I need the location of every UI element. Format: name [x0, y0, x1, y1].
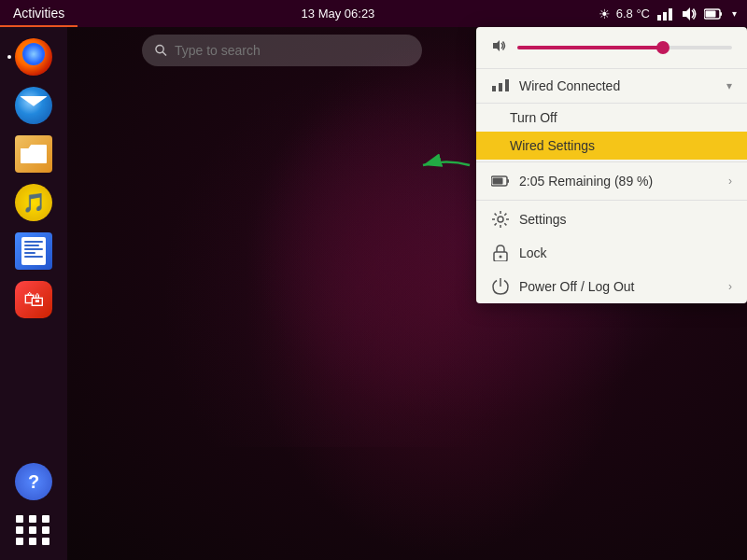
svg-marker-9 [493, 40, 500, 51]
battery-item[interactable]: 2:05 Remaining (89 %) › [476, 164, 747, 198]
volume-slider-track[interactable] [517, 46, 732, 49]
down-arrow-label: ▾ [732, 8, 737, 19]
system-dropdown: Wired Connected ▾ Turn Off Wired Setting… [476, 27, 747, 303]
svg-line-8 [162, 52, 166, 56]
svg-rect-2 [669, 8, 672, 21]
svg-rect-10 [492, 86, 496, 91]
dock-item-firefox[interactable] [11, 35, 56, 79]
volume-slider-thumb[interactable] [656, 41, 669, 54]
writer-icon [15, 232, 52, 270]
svg-point-18 [500, 256, 502, 259]
topbar-center: 13 May 06:23 [78, 7, 598, 21]
rhythmbox-icon: 🎵 [15, 184, 52, 221]
search-icon [155, 44, 167, 57]
volume-speaker-icon [491, 38, 508, 57]
svg-rect-0 [657, 15, 661, 21]
svg-rect-14 [507, 179, 509, 183]
svg-rect-15 [493, 178, 503, 185]
dock-item-files[interactable] [11, 132, 56, 176]
settings-label: Settings [519, 212, 732, 227]
apps-grid-icon [15, 511, 52, 549]
svg-rect-6 [706, 10, 716, 17]
volume-slider-fill [517, 46, 663, 49]
battery-icon[interactable] [704, 5, 723, 23]
volume-row [476, 27, 747, 69]
battery-label: 2:05 Remaining (89 %) [519, 174, 719, 189]
thunderbird-icon [15, 87, 52, 124]
wired-settings-label: Wired Settings [510, 138, 595, 153]
firefox-icon [15, 38, 52, 76]
network-submenu: Turn Off Wired Settings [476, 104, 747, 160]
activities-label: Activities [13, 6, 64, 21]
topbar: Activities 13 May 06:23 ☀ 6.8 °C [0, 0, 747, 27]
dock-item-appcenter[interactable]: 🛍 [11, 277, 56, 322]
svg-point-16 [498, 217, 503, 222]
search-input[interactable] [175, 43, 409, 58]
settings-icon [491, 210, 510, 229]
power-item[interactable]: Power Off / Log Out › [476, 270, 747, 303]
dock-item-apps[interactable] [11, 508, 56, 553]
network-expand-arrow: ▾ [726, 79, 732, 92]
battery-arrow: › [728, 175, 732, 188]
files-icon [15, 135, 52, 173]
network-label: Wired Connected [519, 78, 717, 93]
lock-icon [491, 244, 510, 262]
svg-rect-1 [663, 12, 667, 21]
battery-menu-icon [491, 172, 510, 190]
svg-point-7 [156, 45, 163, 52]
activities-button[interactable]: Activities [0, 0, 78, 27]
dock-item-writer[interactable] [11, 229, 56, 273]
power-arrow: › [728, 280, 732, 293]
wired-settings-item[interactable]: Wired Settings [476, 132, 747, 160]
power-label: Power Off / Log Out [519, 279, 719, 294]
turn-off-label: Turn Off [510, 110, 557, 125]
topbar-right: ☀ 6.8 °C ▾ [599, 5, 747, 23]
dock-item-rhythmbox[interactable]: 🎵 [11, 180, 56, 225]
weather-icon: ☀ [599, 7, 611, 21]
settings-item[interactable]: Settings [476, 203, 747, 236]
network-menu-icon [491, 77, 510, 95]
svg-marker-3 [683, 7, 690, 21]
volume-icon[interactable] [680, 5, 698, 23]
help-icon: ? [15, 463, 52, 500]
dock-item-help[interactable]: ? [11, 459, 56, 504]
network-icon[interactable] [655, 5, 674, 23]
svg-rect-5 [720, 12, 722, 16]
turn-off-item[interactable]: Turn Off [476, 104, 747, 132]
date-time: 13 May 06:23 [302, 7, 375, 21]
search-bar[interactable] [142, 35, 422, 66]
appcenter-icon: 🛍 [15, 281, 52, 318]
dock: 🎵 🛍 ? [0, 27, 67, 560]
power-icon [491, 277, 510, 296]
svg-rect-12 [505, 79, 509, 91]
separator-1 [476, 161, 747, 162]
lock-label: Lock [519, 245, 732, 260]
temperature: 6.8 °C [616, 7, 650, 21]
svg-rect-11 [499, 83, 502, 91]
separator-2 [476, 200, 747, 201]
lock-item[interactable]: Lock [476, 236, 747, 270]
dock-item-thunderbird[interactable] [11, 83, 56, 128]
system-menu-arrow[interactable]: ▾ [728, 8, 740, 20]
network-section[interactable]: Wired Connected ▾ [476, 69, 747, 104]
